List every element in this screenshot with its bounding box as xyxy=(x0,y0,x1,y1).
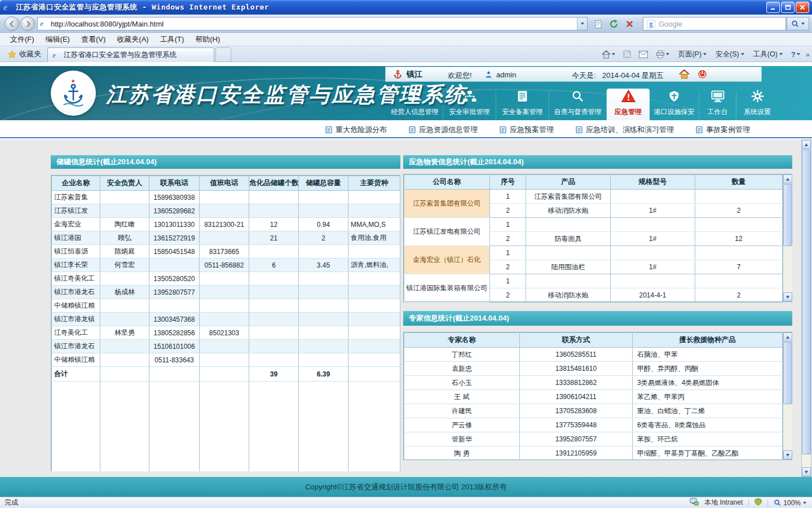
table-row: 金海宏业陶红瞰1301301133083121300-21120.94MMA,M… xyxy=(52,218,400,231)
help-icon xyxy=(791,50,796,59)
table-cell xyxy=(100,353,149,367)
menu-edit[interactable]: 编辑(E) xyxy=(40,33,76,46)
forward-button[interactable] xyxy=(20,16,35,31)
port-name: 镇江 xyxy=(407,69,422,80)
experts-scrollbar[interactable] xyxy=(783,332,792,459)
browser-tab[interactable]: 江苏省港口安全监管与应急管理系统 xyxy=(47,47,214,62)
logout-icon[interactable] xyxy=(698,69,707,81)
table-cell xyxy=(348,313,400,326)
feeds-button[interactable] xyxy=(621,49,633,59)
refresh-button[interactable] xyxy=(607,17,621,30)
address-toolbar: http://localhost:8080/yjpt/Main.html Goo… xyxy=(0,15,812,33)
address-dropdown[interactable] xyxy=(577,17,587,30)
nav-safety-record[interactable]: 安全备案管理 xyxy=(496,91,549,120)
read-mail-button[interactable] xyxy=(637,50,650,59)
nav-self-inspection[interactable]: 自查与督查管理 xyxy=(549,91,607,120)
restore-button[interactable] xyxy=(781,2,795,13)
table-row: 镇江市港龙石杨成林13952807577 xyxy=(52,286,400,299)
ie-logo-icon xyxy=(3,2,14,12)
nav-system-settings[interactable]: 系统设置 xyxy=(736,91,778,120)
table-cell: 金海宏业 xyxy=(52,218,100,231)
scroll-thumb[interactable] xyxy=(783,342,792,404)
table-cell xyxy=(348,340,400,353)
nav-operator-info[interactable]: 经营人信息管理 xyxy=(387,91,443,120)
tab-bar: 收藏夹 江苏省港口安全监管与应急管理系统 页面(P) 安全(S) 工具(O) xyxy=(0,46,812,62)
new-tab-button[interactable] xyxy=(215,47,231,62)
back-button[interactable] xyxy=(5,16,19,31)
subnav-emergency-resources[interactable]: 应急资源信息管理 xyxy=(408,125,478,135)
magnifier-icon xyxy=(571,90,584,105)
table-cell xyxy=(611,274,695,288)
menu-help[interactable]: 帮助(H) xyxy=(189,33,226,46)
tools-menu-button[interactable]: 工具(O) xyxy=(751,49,785,60)
anchor-icon xyxy=(393,69,403,81)
table-row: 袁新忠13815481610甲醇、异丙醇、丙酮 xyxy=(404,362,783,376)
home-shortcut-icon[interactable] xyxy=(679,69,690,81)
zoom-control[interactable]: 100% xyxy=(774,499,806,507)
scroll-thumb[interactable] xyxy=(783,184,792,246)
table-cell xyxy=(149,259,200,272)
table-cell xyxy=(249,286,299,299)
table-cell: 镇江奇美化工 xyxy=(52,272,100,286)
scroll-down-icon[interactable] xyxy=(783,292,792,301)
overflow-chevron-icon[interactable] xyxy=(806,50,810,59)
stop-button[interactable] xyxy=(623,17,637,30)
subnav-hazard-distribution[interactable]: 重大危险源分布 xyxy=(325,125,387,135)
nav-emergency-management[interactable]: 应急管理 xyxy=(607,89,650,120)
nav-safety-approval[interactable]: 安全审批管理 xyxy=(443,91,496,120)
table-cell: 1# xyxy=(611,260,695,274)
nav-port-security[interactable]: 港口设施保安 xyxy=(650,91,699,120)
table-cell xyxy=(348,299,400,313)
table-cell: 何雪宏 xyxy=(100,259,149,272)
column-header: 产品 xyxy=(526,175,611,190)
scroll-down-icon[interactable] xyxy=(783,450,792,459)
address-bar[interactable]: http://localhost:8080/yjpt/Main.html xyxy=(37,17,588,30)
page-menu-button[interactable]: 页面(P) xyxy=(675,49,709,60)
table-row: 镇江市港龙石15106101006 xyxy=(52,340,400,353)
subnav-training-drills[interactable]: 应急培训、演练和演习管理 xyxy=(575,125,674,135)
table-cell xyxy=(695,274,783,288)
page-scrollbar[interactable] xyxy=(801,139,811,477)
menu-view[interactable]: 查看(V) xyxy=(76,33,111,46)
menu-tools[interactable]: 工具(T) xyxy=(155,33,190,46)
protected-mode-icon[interactable] xyxy=(754,498,762,507)
table-cell: 13952807557 xyxy=(520,432,633,446)
table-cell: 6 xyxy=(249,259,299,272)
table-cell: 13775359448 xyxy=(520,418,633,432)
print-button[interactable] xyxy=(654,49,672,60)
table-cell xyxy=(526,246,611,260)
close-button[interactable] xyxy=(796,2,809,13)
minimize-button[interactable] xyxy=(766,2,780,13)
search-button[interactable] xyxy=(787,17,809,30)
scroll-up-icon[interactable] xyxy=(783,174,792,183)
favorites-button[interactable]: 收藏夹 xyxy=(3,48,46,60)
search-box[interactable]: Google xyxy=(643,17,786,30)
help-button[interactable] xyxy=(789,49,802,60)
compatibility-view-button[interactable] xyxy=(591,17,605,30)
table-cell: 13906104211 xyxy=(520,390,633,404)
home-button[interactable] xyxy=(599,49,617,60)
column-header: 危化品储罐个数 xyxy=(249,176,299,191)
sub-nav: 重大危险源分布 应急资源信息管理 应急预案管理 应急培训、演练和演习管理 事故案… xyxy=(0,122,812,138)
table-row: 镇江恒泰沥陈炳庭1585045154883173665 xyxy=(52,245,400,259)
scroll-down-icon[interactable] xyxy=(802,467,811,476)
table-cell: 3.45 xyxy=(299,259,348,272)
scroll-up-icon[interactable] xyxy=(783,332,792,341)
scroll-thumb[interactable] xyxy=(802,150,811,454)
table-row: 严云修137753594486类毒害品、8类腐蚀品 xyxy=(404,418,783,432)
table-cell xyxy=(348,245,400,259)
safety-menu-button[interactable]: 安全(S) xyxy=(713,49,747,60)
supplies-scrollbar[interactable] xyxy=(783,174,792,301)
page-viewport: 江苏省港口安全监管与应急管理系统 镇江 欢迎您! admin 今天是: 2014… xyxy=(0,62,812,497)
table-cell xyxy=(695,246,783,260)
nav-workbench[interactable]: 工作台 xyxy=(699,91,736,120)
menu-favorites[interactable]: 收藏夹(A) xyxy=(111,33,154,46)
scroll-up-icon[interactable] xyxy=(802,140,811,149)
subnav-emergency-plans[interactable]: 应急预案管理 xyxy=(499,125,554,135)
table-cell xyxy=(299,382,348,471)
table-cell xyxy=(299,191,348,204)
table-cell xyxy=(249,245,299,259)
menu-file[interactable]: 文件(F) xyxy=(5,33,40,46)
subnav-accident-cases[interactable]: 事故案例管理 xyxy=(695,125,750,135)
security-zone: 本地 Intranet xyxy=(704,498,743,507)
